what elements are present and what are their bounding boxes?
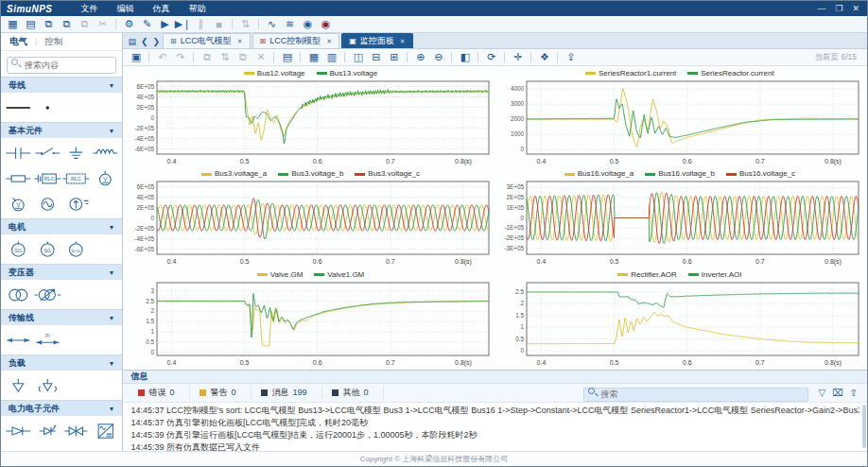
palette-section-header[interactable]: 母线▼ — [1, 77, 122, 93]
palette-item-bridge-bolt[interactable] — [61, 443, 91, 451]
layout-cols-icon[interactable]: ▥ — [323, 50, 339, 64]
palette-section-header[interactable]: 变压器▼ — [1, 264, 122, 280]
edit-model-icon[interactable]: ✎ — [139, 17, 155, 31]
palette-item-capacitor[interactable] — [4, 140, 33, 165]
zoom-in-icon[interactable]: ⊕ — [412, 50, 428, 64]
restore-button[interactable]: ❐ — [835, 4, 842, 13]
project-tree-icon[interactable]: ▤ — [23, 17, 39, 31]
chart-canvas[interactable]: 400030002000100000.40.50.60.70.8(s) — [496, 78, 863, 166]
palette-item-voltmeter[interactable]: V — [91, 165, 120, 191]
palette-section-header[interactable]: 电机▼ — [1, 218, 122, 234]
export-data-icon[interactable]: ⇪ — [563, 50, 579, 64]
palette-item-machine[interactable]: SG — [33, 236, 62, 262]
menu-item-2[interactable]: 仿真 — [153, 3, 170, 15]
menu-item-0[interactable]: 文件 — [81, 3, 98, 15]
filter-chip-0[interactable]: 错误0 — [129, 386, 190, 399]
chart-plot[interactable]: 2.521.510.500.40.50.60.70.8(s) — [496, 280, 863, 368]
palette-item-tline[interactable] — [4, 327, 33, 353]
palette-item-voltmeter2[interactable]: V — [4, 191, 33, 216]
close-button[interactable]: ✕ — [852, 4, 859, 13]
palette-item-diode[interactable] — [4, 418, 33, 443]
run-simulation-icon[interactable]: ▶ — [157, 17, 173, 31]
export-messages-icon[interactable]: ⇪ — [850, 388, 858, 398]
palette-item-bridge-arc[interactable] — [4, 443, 33, 451]
settings-icon[interactable]: ⚙ — [121, 17, 137, 31]
palette-item-bus-line[interactable] — [4, 95, 33, 120]
document-tab-1[interactable]: ⊠LCC控制模型✕ — [252, 33, 340, 48]
menu-item-3[interactable]: 帮助 — [189, 3, 206, 15]
palette-item-breaker[interactable] — [33, 140, 62, 165]
chart-canvas[interactable]: 32.521.510.500.40.50.60.70.8(s) — [127, 280, 494, 368]
palette-section-header[interactable]: 电力电子元件▼ — [1, 400, 122, 416]
theme-icon[interactable]: ◧ — [457, 50, 473, 64]
palette-item-ac-source[interactable] — [33, 191, 62, 216]
palette-item-dc-current-source[interactable] — [61, 191, 91, 216]
minimize-button[interactable]: — — [817, 4, 825, 13]
chart-canvas[interactable]: 3E+052E+051E+050-1E+05-2E+05-3E+050.40.5… — [496, 179, 863, 267]
palette-item-rlc-series[interactable]: RLC — [33, 165, 62, 191]
palette-section-header[interactable]: 基本元件▼ — [1, 122, 122, 138]
close-tab-icon[interactable]: ✕ — [400, 38, 406, 45]
palette-item-transformer-2w[interactable] — [4, 282, 33, 307]
message-log[interactable]: 14:45:37 LCC控制模型's sort: LCC电气模型 Bus13->… — [123, 403, 867, 452]
chart-plot[interactable]: 3E+052E+051E+050-1E+05-2E+05-3E+050.40.5… — [496, 179, 863, 267]
palette-item-transformer-3w[interactable] — [33, 282, 62, 307]
panel-split-icon[interactable]: ◫ — [350, 50, 366, 64]
zoom-out-icon[interactable]: ⊖ — [430, 50, 446, 64]
monitor-icon[interactable]: ◉ — [300, 17, 316, 31]
palette-item-converter[interactable] — [91, 418, 120, 443]
filter-chip-2[interactable]: 消息199 — [252, 386, 322, 399]
palette-item-load[interactable] — [4, 372, 33, 398]
message-search-input[interactable] — [583, 388, 808, 402]
palette-section-header[interactable]: 传输线▼ — [1, 309, 122, 325]
panel-collapse-icon[interactable]: ⊟ — [368, 50, 384, 64]
filter-chip-1[interactable]: 警告0 — [190, 386, 252, 399]
refresh-icon[interactable]: ⟳ — [483, 50, 499, 64]
palette-section-header[interactable]: 负载▼ — [1, 355, 122, 371]
tab-forward-icon[interactable]: ❯ — [152, 37, 160, 46]
chart-plot[interactable]: 32.521.510.500.40.50.60.70.8(s) — [127, 280, 494, 368]
close-tab-icon[interactable]: ✕ — [326, 38, 332, 45]
palette-item-thyristor[interactable] — [33, 418, 62, 443]
filter-messages-icon[interactable]: ▽ — [818, 388, 825, 398]
palette-tab-electrical[interactable]: 电气 — [9, 36, 27, 48]
signals-icon[interactable]: ❖ — [536, 50, 552, 64]
export-image-icon[interactable]: ▣ — [128, 50, 144, 64]
clear-messages-icon[interactable]: ⌧ — [832, 388, 843, 398]
chart-plot[interactable]: 6E+054E+052E+050-2E+05-4E+05-6E+050.40.5… — [127, 78, 494, 166]
palette-item-rlc-parallel[interactable]: RLC — [61, 165, 91, 191]
panel-expand-icon[interactable]: ⊞ — [386, 50, 402, 64]
palette-item-inductor[interactable] — [91, 140, 120, 165]
tile-windows-icon[interactable]: ▦ — [5, 17, 21, 31]
palette-item-machine[interactable]: SG — [4, 236, 33, 262]
tab-back-icon[interactable]: ❮ — [141, 37, 148, 46]
document-list-icon[interactable]: ▤ — [128, 37, 136, 46]
palette-item-machine[interactable]: SCIG — [61, 236, 91, 262]
multi-curve-icon[interactable]: ≋ — [282, 17, 298, 31]
palette-item-tline-pi[interactable]: Pi — [33, 327, 62, 353]
crosshair-icon[interactable]: ✛ — [510, 50, 526, 64]
menu-item-1[interactable]: 编辑 — [117, 3, 134, 15]
step-run-icon[interactable]: ▶❘ — [175, 17, 191, 31]
layout-rows-icon[interactable]: ▤ — [279, 50, 295, 64]
palette-item-load-dynamic[interactable] — [33, 372, 62, 398]
waveform-icon[interactable]: ∿ — [264, 17, 280, 31]
document-tab-0[interactable]: ⊞LCC电气模型✕ — [163, 33, 251, 48]
palette-item-bus-node[interactable] — [33, 95, 62, 120]
palette-item-resistor[interactable] — [4, 165, 33, 191]
palette-search-input[interactable] — [7, 57, 116, 74]
palette-item-ground[interactable] — [61, 140, 91, 165]
log-scrollbar[interactable] — [862, 405, 866, 448]
chart-plot[interactable]: 6E+054E+052E+050-2E+05-4E+05-6E+050.40.5… — [127, 179, 494, 267]
record-icon[interactable]: ◉ — [318, 17, 334, 31]
filter-chip-3[interactable]: 其他0 — [322, 386, 384, 399]
palette-item-bridge-star[interactable]: ✶ — [33, 443, 62, 451]
palette-tab-control[interactable]: 控制 — [44, 36, 62, 48]
chart-canvas[interactable]: 6E+054E+052E+050-2E+05-4E+05-6E+050.40.5… — [127, 179, 494, 267]
close-tab-icon[interactable]: ✕ — [237, 38, 243, 45]
chart-canvas[interactable]: 2.521.510.500.40.50.60.70.8(s) — [496, 280, 863, 368]
open-model-icon[interactable]: ⧉ — [41, 17, 57, 31]
document-tab-2[interactable]: ▣监控面板✕ — [341, 33, 412, 48]
palette-item-gto[interactable] — [61, 418, 91, 443]
layout-grid-icon[interactable]: ▦ — [305, 50, 321, 64]
